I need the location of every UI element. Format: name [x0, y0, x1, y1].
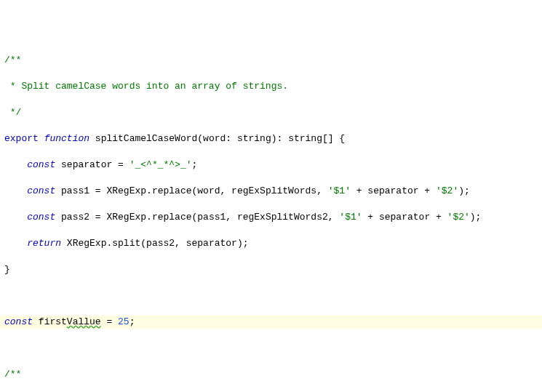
code-line: return XRegExp.split(pass2, separator); — [4, 237, 538, 250]
code-line: * Split camelCase words into an array of… — [4, 80, 538, 93]
code-line: const pass1 = XRegExp.replace(word, regE… — [4, 185, 538, 198]
code-line: export function splitCamelCaseWord(word:… — [4, 132, 538, 145]
code-line: const firstVallue = 25; — [0, 316, 542, 329]
code-line: */ — [4, 106, 538, 119]
code-line: const pass2 = XRegExp.replace(pass1, reg… — [4, 211, 538, 224]
code-line: /** — [4, 54, 538, 67]
code-line — [4, 342, 538, 355]
code-line — [4, 289, 538, 303]
code-editor[interactable]: /** * Split camelCase words into an arra… — [4, 54, 538, 392]
spell-error[interactable]: Vallue — [67, 316, 101, 327]
code-line: } — [4, 263, 538, 276]
code-line: const separator = '_<^*_*^>_'; — [4, 159, 538, 172]
code-line: /** — [4, 368, 538, 381]
